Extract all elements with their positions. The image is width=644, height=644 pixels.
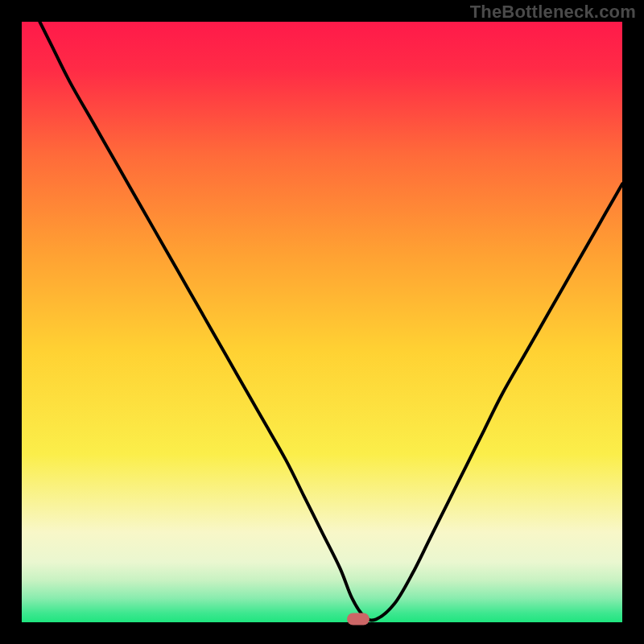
chart-svg	[22, 22, 622, 622]
watermark-text: TheBottleneck.com	[470, 2, 636, 23]
optimal-marker	[347, 613, 369, 625]
chart-stage: TheBottleneck.com	[0, 0, 644, 644]
plot-area	[22, 22, 622, 622]
